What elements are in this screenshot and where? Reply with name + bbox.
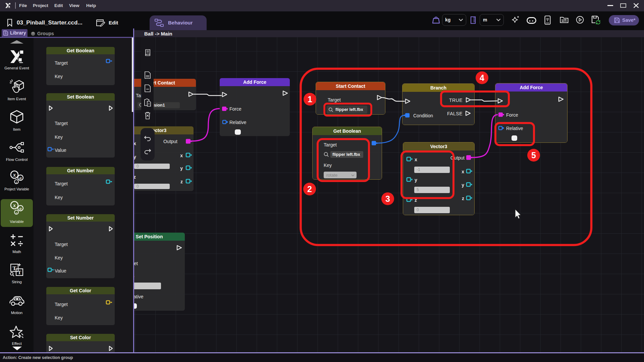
svg-text:y: y xyxy=(15,210,17,215)
svg-text:x: x xyxy=(13,202,16,208)
svg-text:T: T xyxy=(18,270,21,275)
svg-text:y: y xyxy=(15,180,17,184)
svg-text:5: 5 xyxy=(531,150,536,160)
svg-text:x: x xyxy=(13,172,16,178)
svg-text:a: a xyxy=(19,175,22,180)
svg-text:a: a xyxy=(19,206,22,211)
svg-text:3: 3 xyxy=(385,194,390,203)
svg-text:2: 2 xyxy=(307,184,312,194)
svg-text:4: 4 xyxy=(480,73,484,82)
svg-text:1: 1 xyxy=(308,95,312,104)
